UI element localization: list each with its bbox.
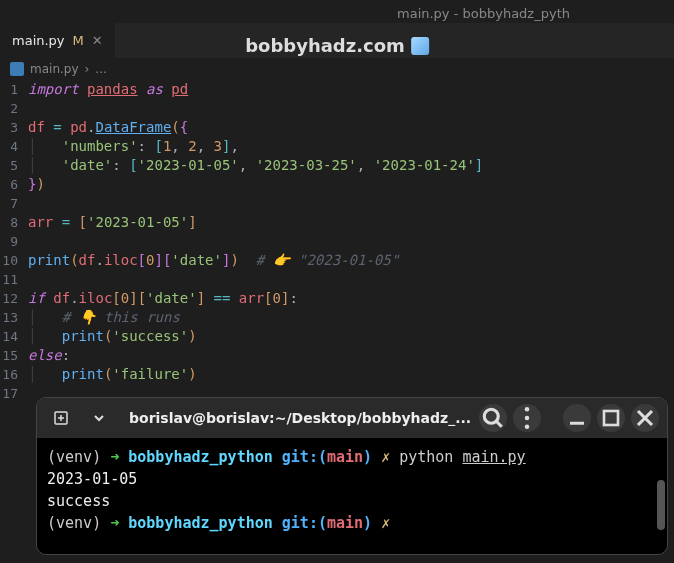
plus-box-icon [53, 410, 69, 426]
line-number: 13 [0, 308, 18, 327]
svg-point-3 [525, 416, 530, 421]
breadcrumb-file: main.py [30, 62, 79, 76]
line-number: 5 [0, 156, 18, 175]
svg-point-2 [525, 407, 530, 412]
line-number: 12 [0, 289, 18, 308]
terminal-line: (venv) ➜ bobbyhadz_python git:(main) ✗ [47, 512, 657, 534]
terminal-line: (venv) ➜ bobbyhadz_python git:(main) ✗ p… [47, 446, 657, 468]
python-file-icon [10, 62, 24, 76]
search-button[interactable] [479, 404, 507, 432]
line-number-gutter: 1234567891011121314151617 [0, 80, 28, 403]
line-number: 1 [0, 80, 18, 99]
terminal-title: borislav@borislav:~/Desktop/bobbyhadz_..… [121, 410, 473, 426]
close-button[interactable] [631, 404, 659, 432]
line-number: 14 [0, 327, 18, 346]
terminal-titlebar: borislav@borislav:~/Desktop/bobbyhadz_..… [37, 398, 667, 438]
tab-filename: main.py [12, 33, 65, 48]
svg-rect-5 [604, 411, 618, 425]
watermark: bobbyhadz.com [245, 35, 429, 56]
tab-modified-indicator: M [73, 33, 84, 48]
menu-button[interactable] [513, 404, 541, 432]
line-number: 4 [0, 137, 18, 156]
line-number: 10 [0, 251, 18, 270]
code-area[interactable]: import pandas as pd df = pd.DataFrame({ … [28, 80, 674, 403]
scrollbar-thumb[interactable] [657, 480, 665, 530]
line-number: 9 [0, 232, 18, 251]
svg-point-4 [525, 424, 530, 429]
chevron-down-icon[interactable] [83, 404, 115, 432]
search-icon [479, 404, 507, 432]
terminal-output: success [47, 490, 657, 512]
line-number: 16 [0, 365, 18, 384]
line-number: 7 [0, 194, 18, 213]
line-number: 11 [0, 270, 18, 289]
breadcrumb[interactable]: main.py › ... [0, 58, 674, 80]
window-title: main.py - bobbyhadz_pyth [397, 6, 570, 21]
code-editor[interactable]: 1234567891011121314151617 import pandas … [0, 80, 674, 403]
line-number: 15 [0, 346, 18, 365]
svg-point-1 [484, 409, 498, 423]
terminal-output: 2023-01-05 [47, 468, 657, 490]
maximize-icon [597, 404, 625, 432]
line-number: 8 [0, 213, 18, 232]
breadcrumb-sep: › [85, 62, 90, 76]
tab-main-py[interactable]: main.py M ✕ [0, 23, 115, 58]
close-icon [631, 404, 659, 432]
new-tab-button[interactable] [45, 404, 77, 432]
terminal-window: borislav@borislav:~/Desktop/bobbyhadz_..… [36, 397, 668, 555]
line-number: 2 [0, 99, 18, 118]
terminal-scrollbar[interactable] [657, 440, 665, 546]
line-number: 17 [0, 384, 18, 403]
breadcrumb-more: ... [95, 62, 106, 76]
minimize-icon [563, 404, 591, 432]
line-number: 3 [0, 118, 18, 137]
terminal-body[interactable]: (venv) ➜ bobbyhadz_python git:(main) ✗ p… [37, 438, 667, 554]
watermark-text: bobbyhadz.com [245, 35, 405, 56]
line-number: 6 [0, 175, 18, 194]
close-icon[interactable]: ✕ [92, 33, 103, 48]
minimize-button[interactable] [563, 404, 591, 432]
kebab-menu-icon [513, 404, 541, 432]
maximize-button[interactable] [597, 404, 625, 432]
cube-icon [411, 37, 429, 55]
